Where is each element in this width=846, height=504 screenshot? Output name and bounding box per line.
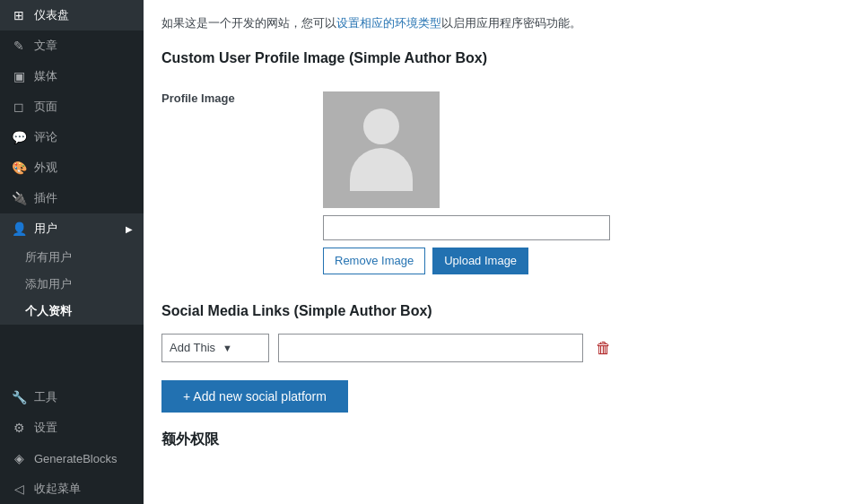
profile-image-placeholder (323, 91, 440, 208)
profile-image-table: Profile Image Remove Image Upload Image (161, 81, 828, 285)
profile-image-controls: Remove Image Upload Image (323, 81, 828, 285)
tools-label: 工具 (34, 389, 57, 405)
profile-image-row: Profile Image Remove Image Upload Image (161, 81, 828, 285)
sidebar-item-label: 文章 (34, 38, 57, 54)
media-icon: ▣ (11, 68, 27, 84)
remove-image-button[interactable]: Remove Image (323, 248, 425, 274)
sidebar-item-label: 外观 (34, 160, 57, 176)
sidebar-bottom: 🔧 工具 ⚙ 设置 ◈ GenerateBlocks ◁ 收起菜单 (0, 382, 144, 504)
profile-label: 个人资料 (25, 303, 72, 319)
dropdown-arrow-icon: ▼ (222, 343, 232, 353)
generateblocks-icon: ◈ (11, 450, 27, 466)
notice-bar: 如果这是一个开发的网站，您可以设置相应的环境类型以启用应用程序密码功能。 (161, 14, 828, 32)
pages-icon: ◻ (11, 99, 27, 115)
plugins-icon: 🔌 (11, 190, 27, 206)
sidebar-item-dashboard[interactable]: ⊞ 仪表盘 (0, 0, 144, 30)
sidebar-item-label: 插件 (34, 190, 57, 206)
trash-icon: 🗑 (596, 339, 612, 357)
profile-image-heading: Custom User Profile Image (Simple Author… (161, 47, 828, 66)
users-submenu: 所有用户 添加用户 个人资料 (0, 244, 144, 325)
person-head (363, 109, 399, 144)
sidebar-item-add-user[interactable]: 添加用户 (0, 271, 144, 298)
add-user-label: 添加用户 (25, 276, 72, 292)
sidebar-item-tools[interactable]: 🔧 工具 (0, 382, 144, 413)
appearance-icon: 🎨 (11, 160, 27, 176)
delete-social-button[interactable]: 🗑 (592, 340, 615, 356)
notice-link[interactable]: 设置相应的环境类型 (336, 16, 441, 30)
image-url-input[interactable] (323, 215, 610, 240)
social-media-heading: Social Media Links (Simple Author Box) (161, 300, 828, 319)
settings-icon: ⚙ (11, 420, 27, 436)
chevron-right-icon: ▶ (126, 224, 133, 234)
settings-label: 设置 (34, 420, 57, 436)
main-content: 如果这是一个开发的网站，您可以设置相应的环境类型以启用应用程序密码功能。 Cus… (144, 0, 846, 504)
sidebar-item-users[interactable]: 👤 用户 ▶ (0, 213, 144, 244)
sidebar-item-generateblocks[interactable]: ◈ GenerateBlocks (0, 443, 144, 474)
person-body (350, 148, 413, 191)
sidebar-item-plugins[interactable]: 🔌 插件 (0, 183, 144, 213)
sidebar-item-label: 用户 (34, 221, 57, 237)
comments-icon: 💬 (11, 129, 27, 145)
sidebar-item-collapse[interactable]: ◁ 收起菜单 (0, 474, 144, 504)
sidebar-item-media[interactable]: ▣ 媒体 (0, 61, 144, 91)
social-platform-dropdown[interactable]: Add This ▼ (161, 334, 269, 362)
all-users-label: 所有用户 (25, 249, 72, 265)
profile-image-label: Profile Image (161, 81, 323, 285)
sidebar: ⊞ 仪表盘 ✎ 文章 ▣ 媒体 ◻ 页面 💬 评论 🎨 外观 🔌 插件 👤 用户… (0, 0, 144, 504)
selected-platform-label: Add This (170, 341, 215, 354)
dashboard-icon: ⊞ (11, 7, 27, 23)
sidebar-item-label: 评论 (34, 129, 57, 145)
social-media-row: Add This ▼ 🗑 (161, 334, 828, 362)
sidebar-item-profile[interactable]: 个人资料 (0, 298, 144, 325)
collapse-icon: ◁ (11, 481, 27, 497)
add-social-container: + Add new social platform (161, 373, 828, 413)
person-silhouette (350, 109, 413, 191)
sidebar-item-comments[interactable]: 💬 评论 (0, 122, 144, 152)
sidebar-item-label: 页面 (34, 99, 57, 115)
content-area: 如果这是一个开发的网站，您可以设置相应的环境类型以启用应用程序密码功能。 Cus… (144, 0, 846, 504)
sidebar-item-label: 仪表盘 (34, 7, 69, 23)
notice-text-before: 如果这是一个开发的网站，您可以 (161, 16, 336, 30)
extra-permissions-heading: 额外权限 (161, 430, 828, 449)
image-button-row: Remove Image Upload Image (323, 248, 828, 274)
upload-image-button[interactable]: Upload Image (432, 248, 528, 274)
notice-text-after: 以启用应用程序密码功能。 (441, 16, 581, 30)
collapse-label: 收起菜单 (34, 481, 81, 497)
sidebar-item-settings[interactable]: ⚙ 设置 (0, 413, 144, 443)
generateblocks-label: GenerateBlocks (34, 452, 118, 465)
sidebar-item-all-users[interactable]: 所有用户 (0, 244, 144, 271)
sidebar-item-pages[interactable]: ◻ 页面 (0, 91, 144, 122)
sidebar-item-appearance[interactable]: 🎨 外观 (0, 152, 144, 183)
tools-icon: 🔧 (11, 389, 27, 405)
posts-icon: ✎ (11, 38, 27, 54)
social-url-input[interactable] (278, 334, 583, 362)
sidebar-item-label: 媒体 (34, 68, 57, 84)
sidebar-item-posts[interactable]: ✎ 文章 (0, 30, 144, 61)
users-icon: 👤 (11, 221, 27, 237)
add-social-platform-button[interactable]: + Add new social platform (161, 380, 348, 413)
